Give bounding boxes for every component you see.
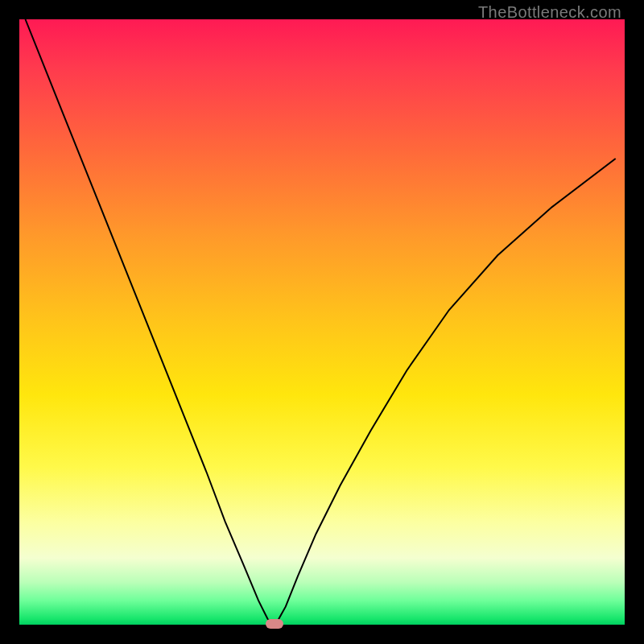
bottleneck-curve [19,19,625,625]
watermark-text: TheBottleneck.com [478,3,621,22]
chart-plot-area [19,19,625,625]
optimum-marker [266,619,283,629]
